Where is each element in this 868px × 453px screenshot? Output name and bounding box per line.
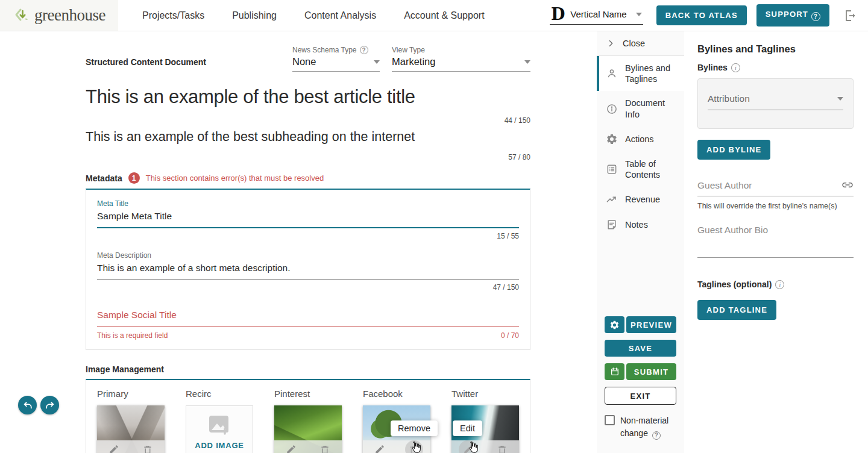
help-icon[interactable]: ? [360, 46, 368, 54]
vertical-select[interactable]: D Vertical Name [550, 7, 643, 25]
social-title-count: 0 / 70 [501, 331, 519, 340]
vertical-name-label: Vertical Name [570, 9, 626, 19]
non-material-label: Non-material change ? [620, 414, 676, 440]
nav-projects-tasks[interactable]: Projects/Tasks [142, 10, 204, 21]
sidebar-item-actions[interactable]: Actions [597, 127, 684, 152]
facebook-image-thumbnail[interactable]: Remove [363, 405, 430, 453]
panel-title: Bylines and Taglines [697, 43, 854, 55]
guest-author-input[interactable] [697, 180, 841, 191]
meta-title-input[interactable] [97, 211, 519, 228]
calendar-icon [610, 367, 620, 376]
trash-icon[interactable] [142, 444, 153, 453]
nav-content-analysis[interactable]: Content Analysis [304, 10, 376, 21]
cursor-hand-icon [466, 440, 479, 453]
guest-author-field[interactable] [697, 179, 854, 196]
logo-text: greenhouse [34, 6, 105, 25]
submit-button[interactable]: SUBMIT [626, 363, 676, 380]
image-management-label: Image Management [86, 364, 530, 374]
chevron-right-icon [606, 39, 615, 48]
vertical-logo-icon: D [551, 8, 565, 21]
top-bar: greenhouse Projects/Tasks Publishing Con… [0, 0, 868, 31]
social-title-field[interactable]: Sample Social Title This is a required f… [97, 310, 519, 340]
logout-icon[interactable] [843, 8, 857, 23]
subheading-char-count: 57 / 80 [86, 153, 530, 161]
bylines-label: Bylines [697, 63, 728, 72]
sidebar-item-table-of-contents[interactable]: Table of Contents [597, 152, 684, 187]
article-title-field[interactable]: This is an example of the best article t… [86, 86, 530, 108]
chevron-down-icon [837, 97, 843, 101]
trending-up-icon [606, 193, 618, 205]
gear-icon [609, 320, 620, 330]
back-to-atlas-button[interactable]: BACK TO ATLAS [656, 5, 747, 25]
close-panel-button[interactable]: Close [597, 31, 684, 55]
guest-author-bio-field[interactable] [697, 225, 854, 258]
attribution-select[interactable]: Attribution [708, 93, 843, 110]
redo-button[interactable] [40, 396, 59, 414]
byline-card: Attribution [697, 78, 854, 129]
edit-pencil-icon[interactable] [286, 444, 297, 453]
image-slot-primary: Primary [97, 389, 165, 453]
twitter-image-thumbnail[interactable]: Edit [451, 405, 519, 453]
edit-pencil-icon[interactable] [374, 444, 385, 453]
tools-sidebar: Close Bylines and Taglines Document Info… [597, 31, 684, 453]
image-slot-facebook: Facebook Remove [363, 389, 430, 453]
meta-description-input[interactable] [97, 263, 519, 280]
error-message: This section contains error(s) that must… [146, 173, 324, 183]
view-type-select[interactable]: View Type Marketing [392, 46, 530, 72]
sidebar-item-notes[interactable]: Notes [597, 212, 684, 237]
sidebar-item-revenue[interactable]: Revenue [597, 187, 684, 212]
sidebar-item-document-info[interactable]: Document Info [597, 91, 684, 126]
image-slot-recirc: Recirc ADD IMAGE [186, 389, 253, 453]
remove-tooltip: Remove [391, 420, 438, 436]
slot-label: Facebook [363, 389, 430, 399]
preview-settings-button[interactable] [605, 316, 624, 333]
exit-button[interactable]: EXIT [605, 387, 676, 405]
trash-icon[interactable] [497, 444, 508, 453]
toc-icon [606, 163, 618, 175]
metadata-box: Meta Title 15 / 55 Meta Description 47 /… [86, 189, 530, 350]
meta-title-label: Meta Title [97, 199, 519, 208]
add-tagline-button[interactable]: ADD TAGLINE [697, 300, 776, 320]
non-material-checkbox[interactable] [605, 415, 615, 425]
edit-tooltip: Edit [453, 420, 482, 436]
trash-icon[interactable] [319, 444, 330, 453]
chevron-down-icon [636, 13, 642, 16]
link-icon[interactable] [841, 179, 854, 191]
info-icon[interactable]: i [775, 280, 784, 289]
add-byline-button[interactable]: ADD BYLINE [697, 140, 770, 160]
info-icon [606, 103, 618, 115]
news-schema-value: None [292, 56, 316, 67]
info-icon[interactable]: i [731, 63, 740, 72]
add-image-button[interactable]: ADD IMAGE [195, 441, 244, 450]
primary-image-thumbnail[interactable] [97, 405, 165, 453]
slot-label: Twitter [451, 389, 519, 399]
greenhouse-leaf-icon [13, 7, 31, 25]
help-icon[interactable]: ? [652, 431, 661, 440]
gear-icon [606, 133, 618, 145]
subheading-field[interactable]: This is an example of the best subheadin… [86, 130, 530, 145]
meta-title-count: 15 / 55 [97, 232, 519, 240]
preview-button[interactable]: PREVIEW [626, 316, 676, 333]
title-char-count: 44 / 150 [86, 116, 530, 125]
support-button[interactable]: SUPPORT? [756, 4, 829, 27]
recirc-add-image[interactable]: ADD IMAGE [186, 405, 253, 453]
guest-author-bio-input[interactable] [697, 225, 854, 236]
schedule-submit-button[interactable] [605, 363, 624, 380]
edit-pencil-icon[interactable] [108, 444, 119, 453]
person-icon [606, 67, 618, 80]
pinterest-image-thumbnail[interactable] [274, 405, 342, 453]
image-add-icon [207, 414, 232, 436]
undo-button[interactable] [18, 396, 37, 414]
save-button[interactable]: SAVE [605, 340, 676, 357]
slot-label: Primary [97, 389, 165, 399]
document-editor: Structured Content Document News Schema … [0, 31, 597, 453]
greenhouse-logo[interactable]: greenhouse [0, 0, 118, 31]
slot-label: Recirc [186, 389, 253, 399]
sidebar-item-bylines-taglines[interactable]: Bylines and Taglines [597, 56, 684, 91]
news-schema-label: News Schema Type [292, 46, 357, 54]
nav-publishing[interactable]: Publishing [232, 10, 277, 21]
social-title-error: This is a required field [97, 331, 168, 340]
news-schema-select[interactable]: News Schema Type? None [292, 46, 380, 72]
nav-account-support[interactable]: Account & Support [404, 10, 484, 21]
social-title-label: Sample Social Title [97, 310, 519, 327]
